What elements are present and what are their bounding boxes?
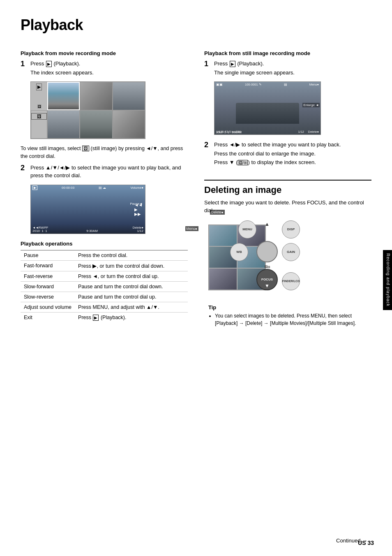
still-step-2: 2 Press ◄/▶ to select the image you want… [204, 141, 371, 167]
still-step2-line2: Press the control dial to enlarge the im… [214, 150, 341, 158]
still-step-num-2: 2 [204, 141, 212, 167]
wb-button[interactable]: WB [230, 243, 248, 261]
enlarge-label: Enlarge ◄ [302, 103, 320, 107]
delete-desc: Select the image you want to delete. Pre… [204, 199, 371, 215]
thumb-6 [113, 110, 145, 139]
still-date-row: 2010- 1- 1 9:30AM [216, 131, 242, 134]
still-step-2-content: Press ◄/▶ to select the image you want t… [214, 141, 341, 167]
ops-table: Pause Press the control dial. Fast-forwa… [21, 250, 188, 323]
finder-button[interactable]: FINDER/LCD [282, 272, 300, 290]
still-car [236, 103, 300, 124]
main-content: Playback from movie recording mode 1 Pre… [21, 50, 371, 330]
sidebar-row2: 🖼 [31, 110, 47, 139]
pb-rwff: ◄◄RW/FF [32, 226, 48, 229]
step2-text: Press ▲/▼/◄/▶ to select the image you wa… [30, 164, 188, 180]
step-num-2: 2 [21, 164, 28, 181]
delete-diagram: Menu● Delete● ➤ MENU DISP [204, 220, 371, 294]
thumb-3 [113, 82, 145, 110]
op-action-sf: Slow-forward [21, 281, 75, 292]
cam-delete-label: Delete● [210, 210, 225, 215]
thumb-1 [47, 82, 80, 110]
tip-title: Tip [208, 304, 367, 310]
still-press-label: Press [214, 60, 229, 67]
pb-icons: ▤ ☁ [99, 186, 106, 190]
pb-bottom-overlay: 2010· 1· 1 9:30AM 1/12 [32, 229, 143, 233]
gain-button[interactable]: GAIN [282, 243, 300, 261]
thumb-4 [47, 110, 80, 139]
table-row: Slow-forward Pause and turn the control … [21, 281, 188, 292]
pb-counter: 1/12 [137, 229, 143, 233]
still-step-num-1: 1 [204, 60, 212, 77]
camera-controls: MENU DISP ▲ WB [230, 220, 304, 294]
page-title: Playback [21, 16, 371, 34]
still-image-icon: 🖼 [82, 146, 89, 151]
still-select-note: To view still images, select 🖼 (still im… [21, 145, 188, 160]
focus-label: FOCUS [261, 278, 273, 281]
step-2-content: Press ▲/▼/◄/▶ to select the image you wa… [30, 164, 188, 181]
op-desc-pause: Press the control dial. [75, 250, 188, 260]
pb-delete: Delete● [133, 226, 143, 229]
table-row: Pause Press the control dial. [21, 250, 188, 260]
still-counter: 1/12 [298, 130, 304, 134]
tip-item: You can select images to be deleted. Pre… [215, 312, 367, 327]
pb-icon: ▶ [32, 186, 37, 190]
delete-title: Deleting an image [204, 180, 371, 195]
op-action-sr: Slow-reverse [21, 292, 75, 302]
pb-time: 00:00:03 [62, 186, 74, 190]
tip-list: You can select images to be deleted. Pre… [208, 312, 367, 327]
menu-button[interactable]: MENU [238, 220, 256, 239]
thumb-img-2 [80, 82, 112, 110]
op-action-ff: Fast-forward [21, 260, 75, 271]
op-desc-fr: Press ◄, or turn the control dial up. [75, 271, 188, 281]
thumb-5 [80, 110, 112, 139]
op-action-exit: Exit [21, 312, 75, 323]
still-screen: ▣▣ 100-0001 ✎ ▤ Menu● Enlarge ◄ 1/125 F3… [214, 81, 321, 135]
tip-box: Tip You can select images to be deleted.… [204, 301, 371, 330]
op-desc-vol: Press MENU, and adjust with ▲/▼. [75, 302, 188, 312]
left-column: Playback from movie recording mode 1 Pre… [21, 50, 188, 330]
index-screen-note: The index screen appears. [30, 69, 94, 77]
op-desc-exit: Press ▶ (Playback). [75, 312, 188, 323]
index-sidebar: ▶ 🖼 [31, 82, 47, 110]
op-action-fr: Fast-reverse [21, 271, 75, 281]
still-step2-line1: Press ◄/▶ to select the image you want t… [214, 141, 341, 149]
thumb-img-1 [48, 83, 79, 109]
ops-section-title: Playback operations [21, 241, 188, 247]
still-icons: ▣▣ [216, 83, 223, 86]
playback-button-1: ▶ [46, 61, 52, 67]
sidebar-row2-icon: 🖼 [31, 113, 47, 120]
playback-screen: ▶ 00:00:03 ▤ ☁ Volume● ◄◄▶▶▶ Pause◄ 2010… [30, 185, 145, 234]
still-step-1-content: Press ▶ (Playback). The single image scr… [214, 60, 295, 77]
movie-step-1: 1 Press ▶ (Playback). The index screen a… [21, 60, 188, 77]
table-row: Exit Press ▶ (Playback). [21, 312, 188, 323]
up-arrow-indicator: ▲ [265, 221, 270, 227]
gain-label: GAIN [287, 250, 295, 254]
pb-time-display: 9:30AM [86, 229, 98, 233]
pb-volume: Volume● [130, 186, 143, 190]
still-section-title: Playback from still image recording mode [204, 50, 371, 56]
table-row: Adjust sound volume Press MENU, and adju… [21, 302, 188, 312]
playback-label-1: (Playback). [52, 60, 81, 67]
center-dial[interactable] [256, 241, 278, 262]
right-tab: Recording and playback [383, 250, 392, 310]
pb-top-overlay: ▶ 00:00:03 ▤ ☁ Volume● [32, 186, 143, 190]
step-1-content: Press ▶ (Playback). The index screen app… [30, 60, 94, 77]
disp-label: DISP [287, 227, 295, 231]
ops-tbody: Pause Press the control dial. Fast-forwa… [21, 250, 188, 323]
still-battery: ▤ [284, 83, 287, 86]
op-action-vol: Adjust sound volume [21, 302, 75, 312]
still-time-val: 9:30AM [232, 131, 242, 134]
pb-pause-label: Pause◄ [130, 202, 143, 206]
still-date: 2010- 1- 1 [216, 131, 229, 134]
page: Playback Playback from movie recording m… [0, 0, 392, 556]
press-label-1: Press [30, 60, 46, 67]
op-desc-ff: Press ▶, or turn the control dial down. [75, 260, 188, 271]
right-column: Playback from still image recording mode… [204, 50, 371, 330]
movie-section-title: Playback from movie recording mode [21, 50, 188, 56]
page-number: US 33 [358, 540, 374, 546]
op-desc-sf: Pause and turn the control dial down. [75, 281, 188, 292]
disp-button[interactable]: DISP [282, 220, 300, 239]
still-step2-line3: Press ▼ (🖼/⊞) to display the index scree… [214, 158, 341, 167]
still-top: ▣▣ 100-0001 ✎ ▤ Menu● [216, 83, 319, 86]
still-menu: Menu● [309, 83, 319, 86]
